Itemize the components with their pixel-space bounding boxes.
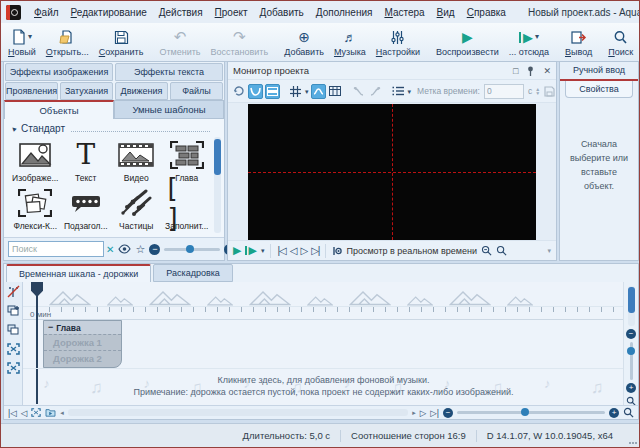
monitor-scroll-caret-icon[interactable]: ▾ xyxy=(547,247,551,254)
tab-files[interactable]: Файлы xyxy=(170,82,223,100)
view-options-dropdown-icon[interactable]: ▾ xyxy=(408,88,412,95)
skip-start-icon[interactable]: |◁ xyxy=(277,246,285,256)
transport-play-from-icon[interactable]: ▶ xyxy=(245,245,256,256)
output-button[interactable]: Вывод xyxy=(560,24,597,60)
vertical-zoom-slider[interactable] xyxy=(630,342,633,380)
timeline-ruler[interactable]: 0 мин xyxy=(23,306,624,320)
timestamp-input[interactable] xyxy=(484,84,524,99)
play-from-dropdown-icon[interactable]: ▾ xyxy=(535,33,539,41)
tab-objects[interactable]: Объекты xyxy=(4,100,114,119)
monitor-pin-icon[interactable] xyxy=(527,66,534,76)
monitor-rotate-icon[interactable] xyxy=(231,84,246,99)
new-dropdown-icon[interactable]: ▾ xyxy=(28,33,32,41)
monitor-maximize-icon[interactable]: □ xyxy=(513,66,518,76)
timeline-zoom-out-button[interactable]: − xyxy=(443,408,453,418)
undo-button[interactable]: ↶ Отменить xyxy=(154,24,205,60)
monitor-table-icon[interactable] xyxy=(328,84,343,99)
grid-dropdown-icon[interactable]: ▾ xyxy=(305,88,309,95)
new-button[interactable]: ▾ Новый xyxy=(3,24,41,60)
add-track-icon[interactable] xyxy=(7,305,20,317)
vertical-scrollbar-thumb[interactable] xyxy=(628,287,635,313)
menu-actions[interactable]: Действия xyxy=(153,7,209,18)
save-button[interactable]: Сохранить xyxy=(94,24,149,60)
objects-scrollbar[interactable] xyxy=(214,137,221,233)
timeline-horizontal-scrollbar[interactable] xyxy=(68,409,408,416)
go-end-icon[interactable]: ▷| xyxy=(430,408,439,418)
play-button[interactable]: ▶ Воспроизвести xyxy=(431,24,504,60)
monitor-zoom-out-icon[interactable] xyxy=(481,245,492,256)
view-options-icon[interactable] xyxy=(391,84,406,99)
vzoom-in-button[interactable]: + xyxy=(626,383,636,393)
menu-addons[interactable]: Дополнения xyxy=(310,7,379,18)
fit-selection-icon[interactable] xyxy=(7,343,20,355)
object-placeholder[interactable]: [ ] Заполнит... xyxy=(162,186,213,231)
object-image[interactable]: Изображе... xyxy=(10,138,61,183)
chapter-collapse-icon[interactable]: − xyxy=(48,323,53,332)
search-input[interactable] xyxy=(8,241,104,257)
chapter-block[interactable]: − Глава Дорожка 1 Дорожка 2 xyxy=(43,320,122,368)
menu-view[interactable]: Вид xyxy=(431,7,461,18)
tab-smart-templates[interactable]: Умные шаблоны xyxy=(114,100,224,119)
scrollbar-thumb[interactable] xyxy=(214,139,221,175)
timeline-magnifier-icon[interactable] xyxy=(623,407,634,418)
open-button[interactable]: Открыть... xyxy=(41,24,94,60)
skip-end-icon[interactable]: ▷| xyxy=(311,246,319,256)
monitor-letterbox-toggle[interactable] xyxy=(265,84,280,99)
favorites-star-icon[interactable]: ☆ xyxy=(135,243,145,256)
tab-storyboard[interactable]: Раскадровка xyxy=(153,264,233,282)
object-text[interactable]: T Текст xyxy=(61,138,112,183)
timeline-vertical-scrollbar[interactable] xyxy=(628,286,635,326)
next-curve-icon[interactable] xyxy=(368,84,383,99)
tab-image-effects[interactable]: Эффекты изображения xyxy=(5,63,113,81)
step-forward-icon[interactable]: ▷ xyxy=(300,246,307,256)
object-flexi-collage[interactable]: Флекси-К... xyxy=(10,186,61,231)
monitor-curves-toggle[interactable] xyxy=(248,84,263,99)
vzoom-out-button[interactable]: − xyxy=(626,329,636,339)
go-forward-icon[interactable]: ▷ xyxy=(420,408,427,418)
duplicate-track-icon[interactable] xyxy=(7,324,20,336)
tab-show-in[interactable]: Проявления xyxy=(5,82,58,100)
object-subtitle[interactable]: Подзагол... xyxy=(61,186,112,231)
preview-screen[interactable] xyxy=(248,104,536,240)
menu-edit[interactable]: Редактирование xyxy=(65,7,153,18)
tab-fade-out[interactable]: Затухания xyxy=(60,82,113,100)
scroll-left-icon[interactable]: ◂ xyxy=(60,409,64,417)
track-2[interactable]: Дорожка 2 xyxy=(44,350,121,366)
go-start-icon[interactable]: |◁ xyxy=(8,408,17,418)
section-standard[interactable]: ▲ Стандарт xyxy=(10,122,212,135)
timeline-canvas[interactable]: 0 мин − Глава Дорожка 1 Дорожка 2 ♪♫♪ ♫♪… xyxy=(23,282,638,406)
scroll-right-icon[interactable]: ▸ xyxy=(412,409,416,417)
add-button[interactable]: ⊕ Добавить xyxy=(279,24,329,60)
transport-play-icon[interactable]: ▶ xyxy=(233,245,241,256)
resize-grip[interactable] xyxy=(628,435,637,444)
monitor-close-icon[interactable]: ✕ xyxy=(543,66,551,76)
save-timestamp-icon[interactable] xyxy=(542,84,557,99)
realtime-preview-icon[interactable] xyxy=(332,246,342,256)
redo-button[interactable]: ↷ Восстановить xyxy=(206,24,274,60)
monitor-grid-button[interactable] xyxy=(288,84,303,99)
eye-icon[interactable] xyxy=(118,244,131,254)
transport-dropdown-icon[interactable]: ▾ xyxy=(261,247,265,254)
timeline-zoom-slider[interactable] xyxy=(457,411,605,414)
marker-disabled-icon[interactable] xyxy=(7,285,20,298)
thumbnail-size-slider[interactable] xyxy=(164,248,220,251)
step-back-icon[interactable]: ◁ xyxy=(290,246,297,256)
go-back-icon[interactable]: ◁ xyxy=(21,408,28,418)
tab-timeline-tracks[interactable]: Временная шкала - дорожки xyxy=(6,264,151,282)
settings-button[interactable]: Настройки xyxy=(371,24,425,60)
tab-text-effects[interactable]: Эффекты текста xyxy=(115,63,223,81)
zoom-out-button[interactable]: − xyxy=(149,244,160,255)
fit-all-icon[interactable] xyxy=(7,362,20,374)
menu-help[interactable]: Справка xyxy=(461,7,512,18)
tab-motions[interactable]: Движения xyxy=(115,82,168,100)
folder-preview-icon[interactable] xyxy=(45,408,56,417)
menu-project[interactable]: Проект xyxy=(209,7,254,18)
play-from-here-button[interactable]: ▶ ▾ ... отсюда xyxy=(504,24,554,60)
search-button[interactable]: Поиск xyxy=(603,24,638,60)
music-button[interactable]: ♬ Музыка xyxy=(329,24,371,60)
menu-wizards[interactable]: Мастера xyxy=(378,7,430,18)
object-video[interactable]: Видео xyxy=(111,138,162,183)
tab-manual-input[interactable]: Ручной ввод xyxy=(560,62,638,81)
timestamp-spinner[interactable]: ▲▼ xyxy=(535,87,540,95)
fit-view-icon[interactable] xyxy=(31,408,41,417)
